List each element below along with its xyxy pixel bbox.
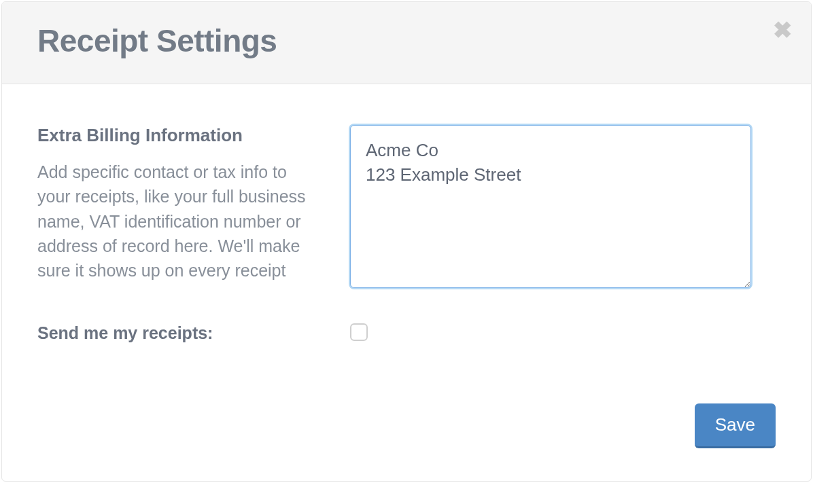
receipts-label: Send me my receipts: xyxy=(37,323,323,343)
modal-header: Receipt Settings ✖ xyxy=(2,2,811,84)
save-button[interactable]: Save xyxy=(695,403,776,448)
modal-body: Extra Billing Information Add specific c… xyxy=(2,84,811,403)
receipts-checkbox[interactable] xyxy=(350,323,368,341)
billing-label-title: Extra Billing Information xyxy=(37,125,323,146)
billing-label-desc: Add specific contact or tax info to your… xyxy=(37,160,316,283)
modal-title: Receipt Settings xyxy=(37,22,776,59)
billing-info-row: Extra Billing Information Add specific c… xyxy=(37,125,776,291)
billing-textarea[interactable] xyxy=(350,125,751,288)
close-icon[interactable]: ✖ xyxy=(773,18,792,41)
billing-label-col: Extra Billing Information Add specific c… xyxy=(37,125,323,291)
receipts-label-col: Send me my receipts: xyxy=(37,323,323,344)
billing-input-col xyxy=(350,125,776,291)
receipt-settings-modal: Receipt Settings ✖ Extra Billing Informa… xyxy=(1,1,812,482)
receipts-input-col xyxy=(350,323,776,344)
receipts-row: Send me my receipts: xyxy=(37,323,776,344)
modal-footer: Save xyxy=(2,403,811,481)
